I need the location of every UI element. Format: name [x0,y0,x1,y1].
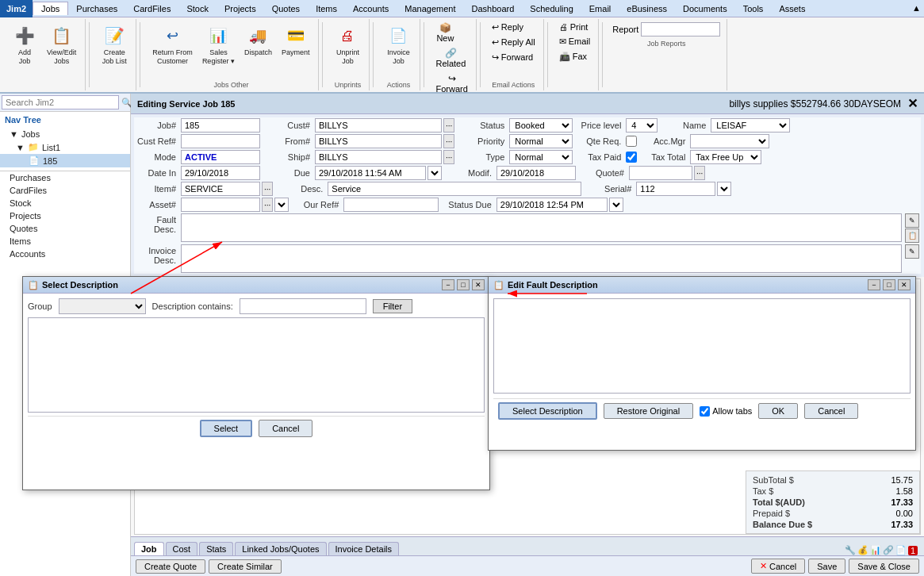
edit-fault-cancel-button[interactable]: Cancel [804,403,858,419]
job-header-close[interactable]: ✕ [907,96,918,111]
cust-ref-input[interactable] [181,134,260,148]
ship-input[interactable] [315,150,442,164]
select-desc-minimize[interactable]: − [442,279,454,290]
print-button[interactable]: 🖨 Print [556,21,592,33]
item-input[interactable] [181,182,260,196]
add-job-button[interactable]: ➕ AddJob [8,21,41,68]
nav-accounts[interactable]: Accounts [0,248,130,260]
asset-input[interactable] [181,198,260,212]
date-in-input[interactable] [181,166,260,180]
nav-185[interactable]: 📄 185 [0,154,130,167]
tab-linked-jobs[interactable]: Linked Jobs/Quotes [235,542,326,555]
select-desc-cancel-button[interactable]: Cancel [259,420,312,437]
menu-accounts[interactable]: Accounts [345,2,397,15]
restore-original-button[interactable]: Restore Original [604,403,693,419]
serial-input[interactable] [636,182,715,196]
item-ellipsis[interactable]: ··· [262,182,273,196]
nav-list1[interactable]: ▼ 📁 List1 [0,140,130,154]
search-input[interactable] [2,95,119,109]
menu-items[interactable]: Items [308,2,345,15]
select-desc-maximize[interactable]: □ [457,279,470,290]
forward-email-button[interactable]: ↪ Forward [489,51,536,64]
qte-req-check[interactable] [626,136,637,147]
cust-num-input[interactable] [315,118,442,132]
due-input[interactable] [315,166,426,180]
priority-select[interactable]: Normal [509,134,573,148]
asset-type-select[interactable] [274,198,289,212]
menu-dashboard[interactable]: Dashboard [464,2,523,15]
invoice-desc-edit-btn[interactable]: ✎ [905,244,919,259]
email-btn[interactable]: ✉ Email [556,35,594,48]
menu-email[interactable]: Email [581,2,619,15]
select-desc-close[interactable]: ✕ [472,279,485,290]
save-button[interactable]: Save [808,559,845,574]
job-num-input[interactable] [181,118,260,132]
nav-items[interactable]: Items [0,235,130,248]
fault-text-area[interactable] [493,298,911,394]
serial-select[interactable] [717,182,731,196]
edit-fault-maximize[interactable]: □ [883,279,895,290]
mode-input[interactable] [181,150,260,164]
create-quote-button[interactable]: Create Quote [136,559,205,574]
ship-ellipsis[interactable]: ··· [443,150,454,164]
edit-fault-minimize[interactable]: − [868,279,880,290]
menu-assets[interactable]: Assets [771,2,813,15]
dispatch-button[interactable]: 🚚 Dispatch [240,21,276,60]
view-edit-jobs-button[interactable]: 📋 View/EditJobs [43,21,80,68]
from-ellipsis[interactable]: ··· [443,134,454,148]
menu-cardfiles[interactable]: CardFiles [125,2,178,15]
from-input[interactable] [315,134,442,148]
fault-desc-copy-btn[interactable]: 📋 [905,228,919,243]
return-from-customer-button[interactable]: ↩ Return FromCustomer [148,21,197,68]
nav-projects[interactable]: Projects [0,209,130,222]
create-similar-button[interactable]: Create Similar [209,559,282,574]
group-select[interactable] [59,298,146,314]
menu-management[interactable]: Management [397,2,463,15]
nav-quotes[interactable]: Quotes [0,222,130,235]
menu-tools[interactable]: Tools [735,2,772,15]
our-ref-input[interactable] [343,198,439,212]
fax-button[interactable]: 📠 Fax [556,50,590,63]
nav-purchases[interactable]: Purchases [0,171,130,184]
quote-ellipsis[interactable]: ··· [694,166,705,180]
filter-button[interactable]: Filter [373,299,412,313]
save-close-button[interactable]: Save & Close [849,559,919,574]
sales-register-button[interactable]: 📊 SalesRegister ▾ [198,21,239,68]
fault-desc-input[interactable] [181,213,902,242]
menu-quotes[interactable]: Quotes [264,2,308,15]
reply-button[interactable]: ↩ Reply [489,21,527,34]
menu-projects[interactable]: Projects [217,2,264,15]
app-name[interactable]: Jim2 [0,0,33,17]
select-description-button[interactable]: Select Description [498,402,597,420]
menu-scheduling[interactable]: Scheduling [522,2,581,15]
tax-paid-check[interactable] [626,152,637,163]
menu-jobs[interactable]: Jobs [33,2,68,15]
tab-cost[interactable]: Cost [166,542,198,555]
ok-button[interactable]: OK [758,403,798,419]
allow-tabs-check[interactable] [700,406,710,417]
new-button[interactable]: 📦 New [432,21,458,44]
nav-jobs[interactable]: ▼ Jobs [0,128,130,140]
type-select[interactable]: Normal [509,150,573,164]
nav-cardfiles[interactable]: CardFiles [0,184,130,197]
ribbon-collapse-btn[interactable]: ▲ [912,3,921,13]
menu-stock[interactable]: Stock [178,2,217,15]
tab-job[interactable]: Job [134,542,164,555]
status-due-select[interactable] [609,198,623,212]
forward-button[interactable]: ↪ Forward [432,71,470,95]
invoice-job-button[interactable]: 📄 InvoiceJob [381,21,415,68]
report-input[interactable] [641,22,720,36]
cancel-button[interactable]: ✕ Cancel [751,559,805,574]
nav-stock[interactable]: Stock [0,197,130,209]
status-select[interactable]: Booked [509,118,573,132]
tax-total-select[interactable]: Tax Free Up [690,150,761,164]
payment-button[interactable]: 💳 Payment [278,21,314,60]
create-job-list-button[interactable]: 📝 CreateJob List [98,21,131,68]
tab-stats[interactable]: Stats [199,542,233,555]
edit-fault-close[interactable]: ✕ [898,279,911,290]
asset-ellipsis[interactable]: ··· [262,198,273,212]
due-select[interactable] [427,166,442,180]
modif-input[interactable] [497,166,576,180]
reply-all-button[interactable]: ↩ Reply All [489,36,539,49]
tab-invoice-details[interactable]: Invoice Details [328,542,400,555]
